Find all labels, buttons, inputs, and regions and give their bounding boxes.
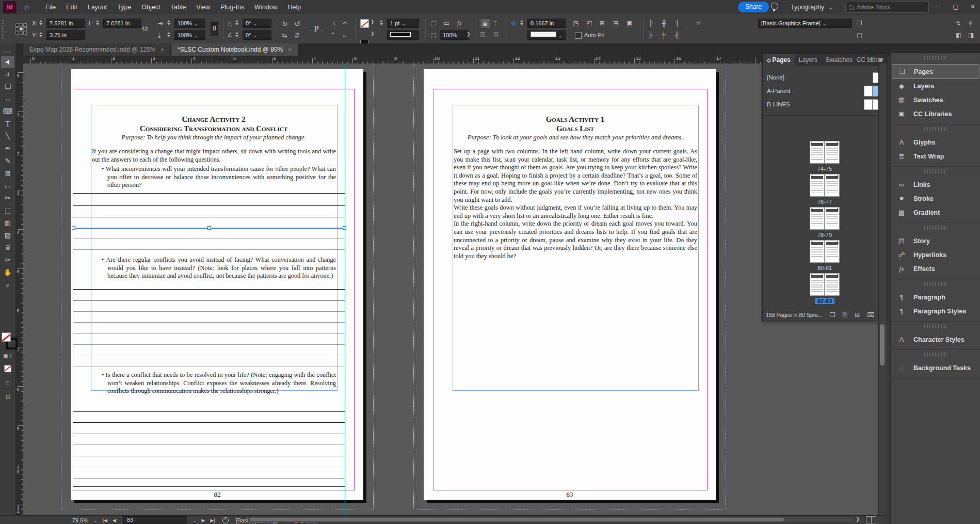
pencil-tool[interactable]: ✎ [1,155,14,167]
rule-line[interactable] [73,217,345,217]
quick-apply-icon[interactable]: ↯ [956,20,961,27]
rule-line[interactable] [73,193,345,194]
dock-item-story[interactable]: ▤Story [892,234,979,248]
vertical-scrollbar[interactable] [878,63,887,515]
tab-close-icon[interactable]: × [160,46,164,53]
edit-spread-icon[interactable]: ❐ [830,311,836,319]
align-left-icon[interactable]: ╞ [648,20,653,27]
last-page-icon[interactable]: ▶| [210,518,215,523]
stroke-color-expand-icon[interactable]: ❯ [371,19,375,24]
next-page-icon[interactable]: ▶ [201,518,205,523]
x-stepper[interactable] [39,19,44,27]
zoom-level[interactable]: 79.5% [72,517,88,523]
adobe-stock-search[interactable]: Adobe Stock [845,2,929,13]
gap-tool[interactable]: ↔ [1,93,14,105]
panel-menu-icon[interactable]: ≡ [879,56,882,63]
spread-view-icon[interactable] [866,516,876,523]
flip-vertical-icon[interactable]: ⇵ [294,31,300,39]
workspace-switcher[interactable]: Typography [791,3,833,11]
scroll-right-icon[interactable]: ❯ [856,516,860,522]
stroke-color-swatch[interactable] [360,19,369,28]
rule-line[interactable] [73,478,345,479]
preflight-icon[interactable] [222,517,229,523]
page-83[interactable]: Goals Activity 1 Goals List Purpose: To … [424,69,716,500]
minimize-button[interactable]: — [931,0,946,13]
next-frame-icon[interactable]: ◨ [968,31,974,39]
menu-help[interactable]: Help [283,4,307,11]
page-82[interactable]: Change Activity 2 Considering Transforma… [71,69,363,500]
reference-point-proxy[interactable] [15,23,27,35]
spread-label[interactable]: 82-83 [815,298,834,304]
menu-window[interactable]: Window [249,4,282,11]
dock-group-handle[interactable] [924,224,947,231]
object-style-dropdown[interactable]: [Basic Graphics Frame] [758,19,852,28]
document-tab-inactive[interactable]: Expo Map 2026 Recommended.indd @ 125% × [23,43,171,56]
close-button[interactable]: ✕ [966,0,980,13]
ruler-origin[interactable] [15,56,24,64]
spread-label[interactable]: 80-81 [815,265,834,271]
spread-thumbnail[interactable] [810,141,840,164]
clear-overrides-icon[interactable]: ▢ [857,31,862,39]
stroke-type-dropdown[interactable] [387,30,419,40]
text-wrap-none-icon[interactable]: ≣ [480,19,490,29]
stroke-weight-stepper[interactable] [380,19,384,27]
dock-item-pages[interactable]: ❏Pages [892,64,979,79]
distribute-center-icon[interactable]: ╪ [662,31,666,39]
swatch-preview-dropdown[interactable] [527,30,566,40]
scale-y-stepper[interactable] [167,30,172,39]
spread-label[interactable]: 78-79 [815,232,834,238]
prev-frame-icon[interactable]: ◧ [956,31,961,39]
rule-line[interactable] [73,456,345,456]
fill-proxy-none[interactable] [2,332,11,342]
frame-tool[interactable]: ⊠ [1,167,14,180]
selection-handle[interactable] [207,226,211,230]
wrap-top-icon[interactable]: ☴ [480,31,486,39]
panel-tab-pages[interactable]: Pages [763,54,795,66]
rule-line[interactable] [73,205,345,206]
dock-item-character-styles[interactable]: ACharacter Styles [892,332,979,346]
l-stepper[interactable] [96,19,101,27]
rule-line[interactable] [73,356,345,356]
direct-selection-tool[interactable]: ➢ [1,68,14,81]
menu-object[interactable]: Object [136,4,165,11]
dock-item-links[interactable]: ∞Links [892,178,979,192]
master-a-parent[interactable]: A-Parent [763,85,887,97]
style-options-icon[interactable]: ❒ [857,20,862,27]
rule-line[interactable] [73,411,345,412]
rule-line[interactable] [73,322,345,323]
hand-tool[interactable]: ✋ [1,266,14,279]
selection-tool[interactable]: ➤ [1,56,14,68]
spread-82-83[interactable]: 82-83 [796,273,854,305]
dock-item-layers[interactable]: ◆Layers [892,79,979,93]
selection-handle[interactable] [72,226,75,230]
menu-layout[interactable]: Layout [83,4,113,11]
rule-line[interactable] [73,367,345,367]
maximize-button[interactable]: ▢ [949,0,963,13]
rotation-stepper[interactable] [235,19,240,27]
rule-line[interactable] [73,239,345,239]
y-stepper[interactable] [39,30,44,39]
panel-grip[interactable] [2,19,4,39]
horizontal-ruler[interactable]: 01234567891011121314151617 [23,56,878,64]
gap-field[interactable]: 0.1667 in [527,19,566,28]
corner-options-icon[interactable]: ⬚ [430,20,436,27]
prev-page-icon[interactable]: ◀ [113,518,116,523]
tab-close-icon[interactable]: × [288,46,291,53]
dock-group-handle[interactable] [924,125,947,133]
snap-icon[interactable]: ⌗ [697,20,700,27]
center-content-icon[interactable]: ▣ [626,20,632,27]
fit-frame-icon[interactable]: ◰ [586,20,592,27]
x-field[interactable]: 7.5281 in [46,19,85,28]
dock-item-stroke[interactable]: ≡Stroke [892,192,979,205]
spread-76-77[interactable]: 76-77 [796,174,854,206]
spread-thumbnail[interactable] [810,240,840,263]
shear-stepper[interactable] [235,30,240,39]
spread-74-75[interactable]: 74-75 [796,141,854,173]
menu-edit[interactable]: Edit [61,4,83,11]
rotation-field[interactable]: 0° [243,19,271,28]
dock-item-text-wrap[interactable]: ≣Text Wrap [892,149,979,163]
rule-line[interactable] [73,311,345,312]
fit-content-icon[interactable]: ◳ [573,20,579,27]
dock-item-glyphs[interactable]: AGlyphs [892,135,979,149]
rule-line[interactable] [73,289,345,290]
